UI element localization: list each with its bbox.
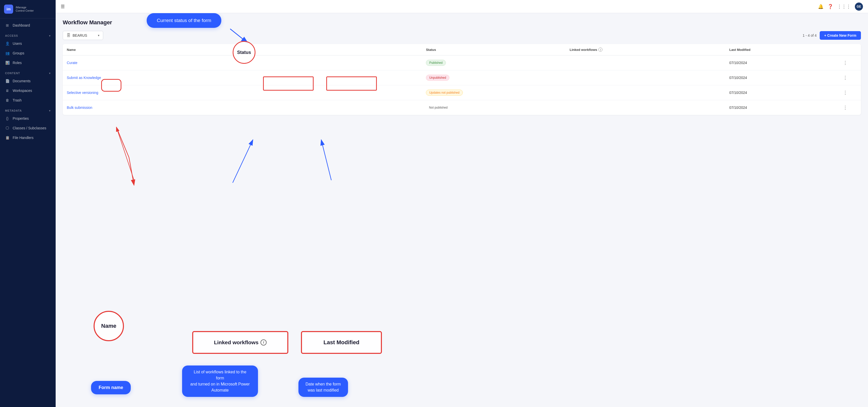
sidebar-item-properties[interactable]: {} Properties [0, 114, 56, 123]
apps-icon[interactable]: ⋮⋮⋮ [837, 4, 851, 9]
col-header-name: Name [63, 44, 422, 55]
sidebar-item-groups[interactable]: 👥 Groups [0, 48, 56, 58]
col-header-linked-workflows: Linked workflows i [565, 44, 725, 55]
svg-line-5 [116, 127, 134, 180]
svg-line-4 [129, 157, 134, 185]
sidebar-item-label: Roles [13, 61, 22, 65]
cell-form-name: Selective versioning [63, 85, 422, 100]
form-name-link[interactable]: Submit as Knowledge [67, 76, 101, 80]
status-badge: Published [426, 60, 446, 66]
form-name-link[interactable]: Curate [67, 61, 78, 65]
last-modified-callout: Date when the form was last modified [299, 378, 348, 397]
cell-last-modified: 07/10/2024 [725, 100, 837, 115]
more-actions-button[interactable]: ⋮ [841, 74, 849, 82]
app-logo: im [4, 5, 13, 14]
sidebar-item-label: Documents [13, 79, 31, 83]
name-large-annotation-circle: Name [94, 311, 124, 341]
help-icon[interactable]: ❓ [828, 4, 833, 9]
status-badge: Updates not published [426, 90, 463, 96]
user-avatar[interactable]: GE [855, 3, 863, 11]
more-actions-button[interactable]: ⋮ [841, 89, 849, 96]
topbar-right: 🔔 ❓ ⋮⋮⋮ GE [818, 3, 863, 11]
pagination-info: 1 - 4 of 4 [803, 33, 817, 37]
sidebar-item-classes[interactable]: 🖵 Classes / Subclasses [0, 123, 56, 133]
cell-status: Unpublished [422, 70, 565, 85]
last-modified-large-label: Last Modified [323, 339, 360, 346]
sidebar-item-users[interactable]: 👤 Users [0, 39, 56, 48]
cell-last-modified: 07/10/2024 [725, 55, 837, 70]
sidebar: im iManage Control Center ⊞ Dashboard AC… [0, 0, 56, 407]
sidebar-header: im iManage Control Center [0, 0, 56, 19]
bell-icon[interactable]: 🔔 [818, 4, 824, 9]
filter-dropdown[interactable]: 🗄 BEARUS ▾ [63, 31, 103, 40]
col-header-last-modified: Last Modified [725, 44, 837, 55]
sidebar-item-dashboard[interactable]: ⊞ Dashboard [0, 21, 56, 30]
sidebar-item-label: Properties [13, 116, 29, 120]
sidebar-item-trash[interactable]: 🗑 Trash [0, 95, 56, 105]
table-row: Selective versioningUpdates not publishe… [63, 85, 861, 100]
svg-line-3 [116, 127, 129, 157]
sidebar-item-label: Users [13, 41, 22, 46]
chevron-down-icon: ▾ [98, 34, 99, 37]
linked-workflows-large-label: Linked workflows i [214, 340, 267, 346]
groups-icon: 👥 [5, 51, 10, 55]
sidebar-item-roles[interactable]: 📊 Roles [0, 58, 56, 67]
cell-last-modified: 07/10/2024 [725, 85, 837, 100]
name-circle-large-label: Name [101, 323, 116, 329]
more-actions-button[interactable]: ⋮ [841, 59, 849, 66]
cell-status: Not published [422, 100, 565, 115]
svg-line-7 [321, 140, 331, 180]
cell-last-modified: 07/10/2024 [725, 70, 837, 85]
dashboard-icon: ⊞ [5, 23, 10, 28]
database-icon: 🗄 [66, 33, 70, 38]
create-new-form-button[interactable]: + Create New Form [820, 31, 861, 40]
app-brand: iManage Control Center [16, 6, 34, 12]
sidebar-item-label: Classes / Subclasses [13, 126, 46, 130]
linked-workflows-large-box: Linked workflows i [192, 331, 288, 354]
cell-actions: ⋮ [837, 55, 861, 70]
documents-icon: 📄 [5, 79, 10, 83]
toolbar-right: 1 - 4 of 4 + Create New Form [803, 31, 861, 40]
sidebar-section-metadata: METADATA ▾ [0, 105, 56, 114]
main-content: ☰ 🔔 ❓ ⋮⋮⋮ GE Workflow Manager 🗄 BEARUS ▾… [56, 0, 868, 407]
topbar: ☰ 🔔 ❓ ⋮⋮⋮ GE [56, 0, 868, 13]
form-name-link[interactable]: Selective versioning [67, 91, 98, 95]
cell-actions: ⋮ [837, 100, 861, 115]
sidebar-item-documents[interactable]: 📄 Documents [0, 76, 56, 86]
cell-actions: ⋮ [837, 70, 861, 85]
cell-form-name: Submit as Knowledge [63, 70, 422, 85]
sidebar-section-content: CONTENT ▾ [0, 67, 56, 76]
svg-line-6 [233, 140, 253, 183]
more-actions-button[interactable]: ⋮ [841, 104, 849, 111]
cell-status: Published [422, 55, 565, 70]
linked-workflows-callout: List of workflows linked to the formand … [182, 366, 258, 397]
cell-linked-workflows [565, 70, 725, 85]
status-badge: Unpublished [426, 75, 450, 81]
sidebar-item-label: Workspaces [13, 89, 32, 93]
form-name-link[interactable]: Bulk submission [67, 106, 92, 110]
chevron-down-icon: ▾ [49, 34, 51, 37]
hamburger-icon[interactable]: ☰ [61, 4, 65, 9]
page-title: Workflow Manager [63, 19, 861, 26]
sidebar-item-label: Groups [13, 51, 24, 55]
classes-icon: 🖵 [5, 126, 10, 130]
cell-form-name: Curate [63, 55, 422, 70]
sidebar-nav: ⊞ Dashboard ACCESS ▾ 👤 Users 👥 Groups 📊 … [0, 19, 56, 145]
sidebar-section-access: ACCESS ▾ [0, 30, 56, 39]
chevron-down-icon: ▾ [49, 109, 51, 112]
cell-linked-workflows [565, 85, 725, 100]
users-icon: 👤 [5, 41, 10, 46]
table-row: CuratePublished07/10/2024⋮ [63, 55, 861, 70]
page-content: Workflow Manager 🗄 BEARUS ▾ 1 - 4 of 4 +… [56, 13, 868, 407]
form-name-callout: Form name [91, 381, 131, 394]
chevron-down-icon: ▾ [49, 72, 51, 75]
col-header-actions [837, 44, 861, 55]
roles-icon: 📊 [5, 60, 10, 65]
sidebar-item-filehandlers[interactable]: 📋 File Handlers [0, 133, 56, 143]
forms-table: Name Status Linked workflows i Last Modi… [63, 44, 861, 115]
filehandlers-icon: 📋 [5, 136, 10, 140]
cell-actions: ⋮ [837, 85, 861, 100]
table-row: Bulk submissionNot published07/10/2024⋮ [63, 100, 861, 115]
sidebar-item-workspaces[interactable]: 🖥 Workspaces [0, 86, 56, 95]
topbar-left: ☰ [61, 4, 65, 9]
